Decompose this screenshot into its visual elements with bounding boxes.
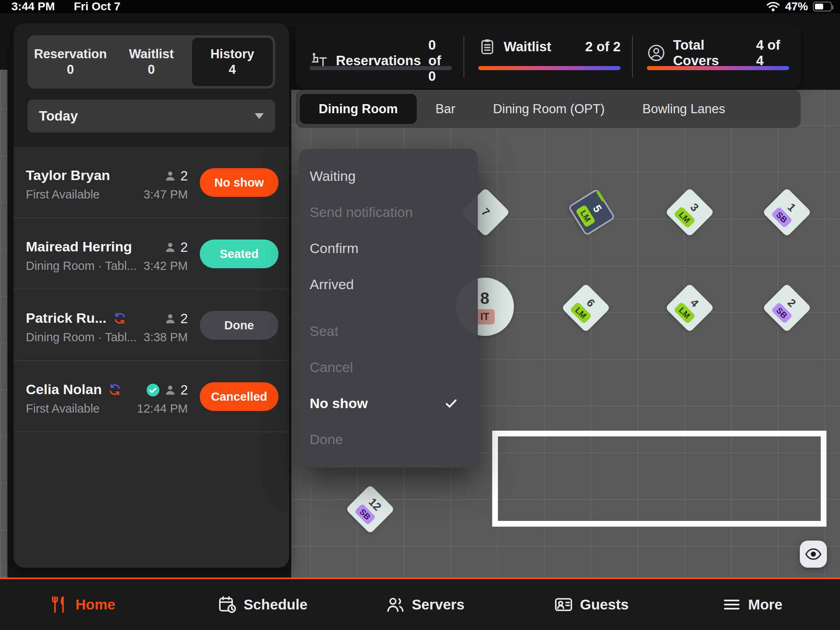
menu-item-no-show[interactable]: No show [299, 385, 478, 421]
home-dining-icon [49, 595, 69, 614]
stat-reservations: Reservations0 of 0 [296, 25, 463, 88]
room-tab-bowling-lanes[interactable]: Bowling Lanes [623, 94, 744, 124]
sidebar-tab-label: Waitlist [129, 47, 173, 62]
list-segmented-control: Reservation0Waitlist0History4 [27, 35, 275, 89]
reservation-detail: Dining Room · Tabl... [26, 259, 137, 273]
menu-item-cancel: Cancel [299, 349, 478, 385]
stats-header: Reservations0 of 0Waitlist2 of 2Total Co… [296, 25, 801, 88]
menu-item-label: Waiting [310, 168, 356, 184]
party-meta: 2 [164, 168, 188, 184]
stat-progress-fill [647, 66, 789, 70]
room-tab-dining-room[interactable]: Dining Room [300, 94, 417, 124]
nav-item-label: Home [75, 596, 115, 613]
table-6[interactable]: 6LM [561, 283, 610, 332]
sidebar-tab-count: 4 [229, 62, 236, 77]
reservation-time: 3:42 PM [144, 259, 188, 273]
stat-row: Total Covers4 of 4 [647, 37, 789, 68]
menu-item-label: Seat [310, 323, 338, 339]
floor-bar-outline[interactable] [492, 431, 826, 527]
table-content: 4LM [673, 291, 705, 324]
reservation-row[interactable]: Celia NolanFirst Available212:44 PMCance… [14, 361, 289, 432]
stat-progress-track [310, 66, 452, 70]
person-circle-icon [647, 43, 666, 62]
date-filter-dropdown[interactable]: Today [27, 100, 275, 132]
stat-label: Total Covers [673, 37, 749, 68]
party-meta: 2 [146, 382, 188, 398]
battery-icon [813, 2, 832, 11]
nav-item-more[interactable]: More [722, 579, 783, 630]
reservations-panel: Reservation0Waitlist0History4 Today Tayl… [14, 23, 289, 568]
nav-item-home[interactable]: Home [49, 579, 115, 630]
party-size: 2 [180, 382, 188, 398]
sync-icon [107, 382, 122, 397]
table-number: 2 [785, 296, 798, 310]
table-1[interactable]: 1SB [762, 187, 811, 237]
guest-name-text: Taylor Bryan [26, 167, 110, 183]
table-content: 12SB [354, 493, 386, 525]
clipboard-icon [478, 37, 496, 56]
sidebar-tab-history[interactable]: History4 [192, 38, 273, 86]
table-3[interactable]: 3LM [665, 187, 714, 237]
stat-waitlist: Waitlist2 of 2 [464, 25, 632, 88]
nav-item-label: Servers [412, 596, 464, 613]
menu-item-seat: Seat [299, 313, 478, 349]
room-tab-bar[interactable]: Bar [417, 94, 474, 124]
table-5[interactable]: 5LM [567, 188, 615, 236]
stat-progress-fill [478, 66, 621, 70]
menu-item-done: Done [299, 421, 478, 457]
status-time: 3:44 PM [11, 0, 55, 13]
party-meta: 2 [164, 240, 188, 255]
reservation-row[interactable]: Mairead HerringDining Room · Tabl...23:4… [14, 218, 289, 290]
nav-item-guests[interactable]: Guests [554, 579, 629, 630]
nav-item-schedule[interactable]: Schedule [217, 579, 308, 630]
table-12[interactable]: 12SB [345, 484, 395, 534]
reservation-time: 3:47 PM [144, 188, 188, 201]
guests-icon [554, 595, 573, 614]
status-badge[interactable]: Cancelled [200, 382, 278, 411]
menu-item-waiting[interactable]: Waiting [299, 158, 478, 194]
status-badge[interactable]: Seated [200, 240, 278, 268]
stat-progress-track [478, 66, 621, 70]
table-number: 4 [687, 296, 701, 310]
chevron-down-icon [255, 113, 264, 119]
nav-item-label: Guests [580, 596, 629, 613]
room-tab-dining-room-opt-[interactable]: Dining Room (OPT) [474, 94, 623, 124]
sync-icon [112, 311, 127, 326]
status-badge[interactable]: Done [200, 311, 278, 340]
battery-percent: 47% [785, 0, 808, 13]
reservation-detail: Dining Room · Tabl... [26, 331, 137, 344]
table-content: 8IT [475, 289, 494, 324]
table-content: 3LM [673, 196, 705, 228]
sidebar-tab-label: Reservation [34, 47, 107, 62]
host-app: 3:44 PM Fri Oct 7 47% 75LM3LM1SB8IT6LM4L… [0, 0, 840, 630]
party-size: 2 [180, 240, 188, 255]
reservation-row[interactable]: Patrick Ru...Dining Room · Tabl...23:38 … [14, 290, 289, 361]
party-meta: 2 [164, 311, 188, 326]
menu-item-confirm[interactable]: Confirm [299, 230, 478, 266]
table-2[interactable]: 2SB [762, 283, 811, 332]
wifi-icon [766, 1, 780, 12]
reservation-row[interactable]: Taylor BryanFirst Available23:47 PMNo sh… [14, 147, 289, 218]
sidebar-tab-count: 0 [67, 62, 74, 77]
sidebar-tab-reservation[interactable]: Reservation0 [30, 38, 111, 86]
menu-item-label: Send notification [310, 204, 413, 220]
stat-value: 2 of 2 [585, 39, 621, 55]
sidebar-tab-waitlist[interactable]: Waitlist0 [111, 38, 192, 86]
stat-value: 0 of 0 [428, 37, 452, 84]
servers-icon [386, 595, 405, 614]
menu-item-arrived[interactable]: Arrived [299, 266, 478, 302]
party-size: 2 [180, 311, 188, 326]
menu-item-send-notification: Send notification [299, 194, 478, 230]
view-options-button[interactable] [800, 541, 827, 568]
confirmed-check-icon [146, 383, 160, 397]
menu-item-label: Confirm [310, 240, 358, 256]
menu-item-label: Done [310, 431, 343, 447]
stat-value: 4 of 4 [756, 37, 789, 68]
nav-item-servers[interactable]: Servers [386, 579, 464, 630]
status-badge[interactable]: No show [200, 168, 278, 197]
table-4[interactable]: 4LM [665, 283, 714, 332]
table-number: 8 [480, 289, 489, 308]
schedule-icon [217, 595, 237, 614]
guest-name: Mairead Herring [26, 239, 132, 255]
menu-item-label: Cancel [310, 359, 353, 375]
